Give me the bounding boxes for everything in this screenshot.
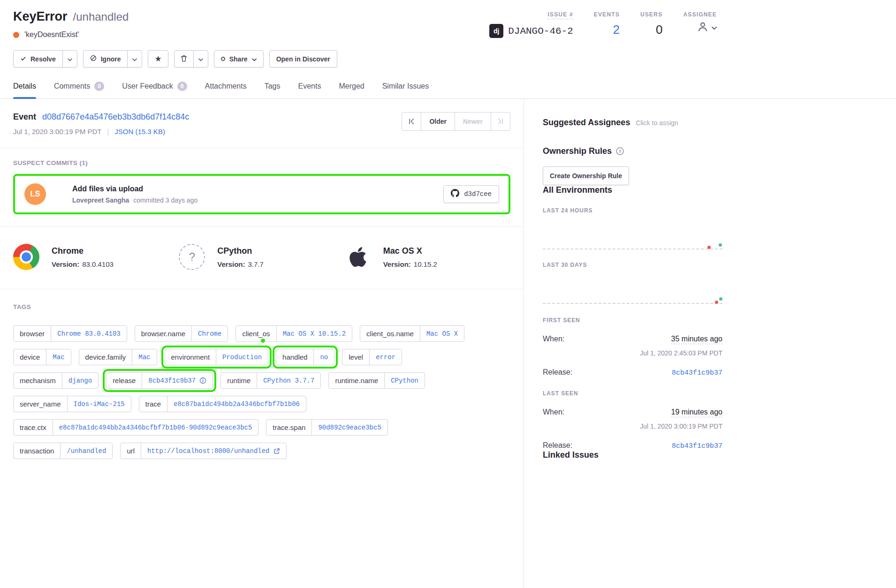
tag-value-link[interactable]: e8c87ba1dc494bb2a4346bcfbf7b1b06	[167, 396, 306, 412]
tab[interactable]: Merged	[339, 82, 364, 98]
tab-count-badge: 0	[177, 82, 187, 91]
last-30-days-label: LAST 30 DAYS	[543, 262, 722, 268]
tag-value-link[interactable]: Mac OS X 10.15.2	[276, 326, 352, 341]
first-seen-relative-time: 35 minutes ago	[671, 335, 722, 344]
tag-key: environment	[165, 349, 216, 365]
open-in-discover-label: Open in Discover	[276, 55, 330, 63]
os-version: 10.15.2	[414, 260, 437, 268]
commit-meta-text: committed 3 days ago	[133, 196, 197, 204]
tag-value-link[interactable]: no	[313, 349, 334, 365]
tag-key: client_os	[236, 326, 276, 341]
tab-label: Comments	[54, 82, 90, 90]
tab[interactable]: Tags	[265, 82, 281, 98]
resolve-button[interactable]: Resolve	[13, 50, 63, 68]
create-ownership-rule-button[interactable]: Create Ownership Rule	[543, 166, 629, 185]
tab[interactable]: Details	[13, 82, 36, 98]
issue-type-title: KeyError	[13, 9, 68, 24]
tag-pill: transaction /unhandled	[13, 443, 113, 459]
os-context: Mac OS X Version:10.15.2	[345, 244, 510, 270]
delete-button[interactable]	[174, 50, 194, 68]
assignee-dropdown[interactable]	[697, 21, 717, 35]
check-icon	[20, 55, 26, 63]
assignee-label: ASSIGNEE	[683, 11, 717, 18]
delete-dropdown-button[interactable]	[193, 50, 208, 68]
skip-to-first-button[interactable]	[402, 112, 421, 131]
event-label: Event	[13, 112, 36, 121]
older-event-button[interactable]: Older	[421, 112, 455, 131]
tag-value-link[interactable]: Mac	[46, 349, 70, 365]
tag-value-link[interactable]: Mac	[132, 349, 156, 365]
commit-sha-button[interactable]: d3d7cee	[443, 185, 499, 203]
tag-key: mechanism	[14, 373, 62, 388]
resolve-dropdown-button[interactable]	[62, 50, 77, 68]
tag-value-link[interactable]: e8c87ba1dc494bb2a4346bcfbf7b1b06-90d892c…	[53, 420, 258, 435]
last-24-hours-sparkline	[543, 214, 722, 249]
assignee-person-icon	[697, 21, 709, 35]
tag-key: release	[106, 373, 142, 388]
tag-key: trace	[139, 396, 167, 412]
info-icon[interactable]	[199, 377, 206, 384]
when-label: When:	[543, 408, 564, 416]
suggested-assignees-title: Suggested Assignees	[543, 118, 630, 128]
tag-value-link[interactable]: CPython	[384, 373, 425, 388]
tag-value-link[interactable]: Chrome 83.0.4103	[51, 326, 126, 341]
tag-value: Mac	[138, 354, 150, 361]
commit-author-avatar: LS	[24, 183, 46, 205]
last-24-hours-label: LAST 24 HOURS	[543, 207, 722, 214]
release-marker-green	[719, 243, 722, 247]
tag-value-link[interactable]: /unhandled	[60, 443, 112, 459]
tag-value: Mac	[53, 354, 64, 361]
tags-heading: TAGS	[13, 303, 510, 310]
tag-value-link[interactable]: http://localhost:8000/unhandled	[141, 443, 286, 459]
event-id-link[interactable]: d08d7667e4a5476eb3b3db6d7f14c84c	[42, 112, 189, 121]
os-name: Mac OS X	[383, 246, 437, 256]
tag-pill: handled no	[276, 349, 334, 365]
event-datetime: Jul 1, 2020 3:00:19 PM PDT	[13, 128, 101, 136]
tab[interactable]: Similar Issues	[382, 82, 429, 98]
tab[interactable]: Attachments	[205, 82, 247, 98]
tag-value-link[interactable]: 90d892c9eace3bc5	[311, 420, 387, 435]
commit-sha: d3d7cee	[464, 190, 492, 198]
tag-value-link[interactable]: Mac OS X	[420, 326, 464, 341]
tag-key: trace.span	[266, 420, 311, 435]
tag-value-link[interactable]: Idos-iMac-215	[67, 396, 131, 412]
users-count-link[interactable]: 0	[656, 23, 662, 37]
click-to-assign-hint: Click to assign	[636, 119, 678, 127]
first-seen-release-link[interactable]: 8cb43f1c9b37	[672, 369, 722, 377]
tag-pill: mechanism django	[13, 372, 99, 389]
ignore-button[interactable]: Ignore	[83, 50, 128, 68]
tag-key: url	[121, 443, 141, 459]
external-link-icon[interactable]	[273, 448, 280, 454]
events-count-link[interactable]: 2	[613, 23, 620, 37]
issue-header: KeyError /unhandled 'keyDoesntExist' ISS…	[0, 0, 896, 99]
ignore-dropdown-button[interactable]	[127, 50, 142, 68]
open-in-discover-button[interactable]: Open in Discover	[269, 50, 337, 68]
tag-value-link[interactable]: 8cb43f1c9b37	[142, 373, 213, 388]
tab-label: Tags	[265, 82, 281, 90]
trash-icon	[181, 55, 187, 63]
tag-value-link[interactable]: error	[369, 349, 402, 365]
tag-value-link[interactable]: django	[62, 373, 98, 388]
last-seen-release-link[interactable]: 8cb43f1c9b37	[672, 442, 722, 450]
event-json-link[interactable]: JSON (15.3 KB)	[114, 128, 165, 136]
help-icon[interactable]: ?	[616, 147, 624, 155]
tab[interactable]: Events	[298, 82, 321, 98]
release-marker-red	[715, 301, 718, 304]
bookmark-star-button[interactable]: ★	[148, 50, 168, 68]
tab[interactable]: Comments 0	[54, 82, 104, 98]
version-label: Version:	[217, 260, 245, 268]
share-button[interactable]: Share	[214, 50, 264, 68]
suspect-commits-heading: SUSPECT COMMITS (1)	[13, 159, 510, 166]
star-icon: ★	[154, 55, 161, 63]
issue-tabs: Details Comments 0 User Feedback 0 Attac…	[0, 82, 896, 99]
tag-key: transaction	[14, 443, 60, 459]
tag-pill: environment Production	[165, 349, 269, 365]
tag-value-link[interactable]: Chrome	[191, 326, 228, 341]
tag-value: /unhandled	[67, 447, 106, 455]
tag-key: handled	[276, 349, 313, 365]
tab[interactable]: User Feedback 0	[122, 82, 187, 98]
tag-value-link[interactable]: Production	[216, 349, 268, 365]
tag-value-link[interactable]: CPython 3.7.7	[257, 373, 320, 388]
svg-text:?: ?	[619, 149, 622, 154]
tag-pill: server_name Idos-iMac-215	[13, 396, 131, 412]
